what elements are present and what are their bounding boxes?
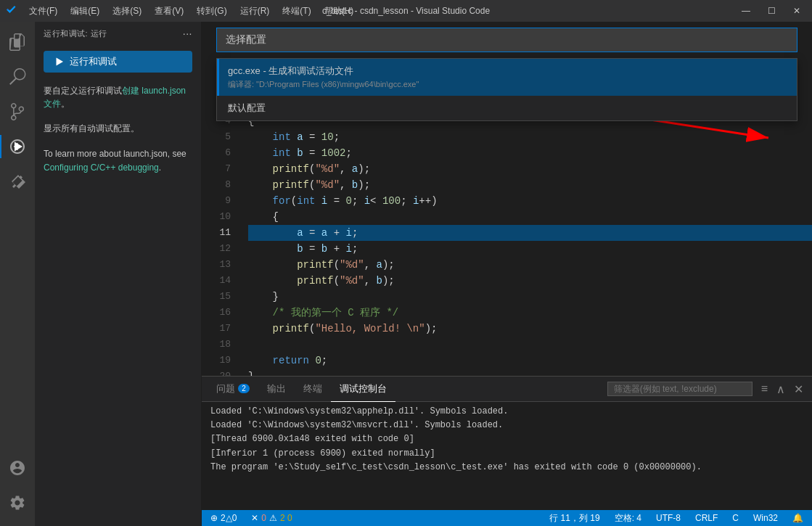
status-bar: ⊕ 2△0 ✕ 0 ⚠ 2 0 行 11，列 19 空格: 4 UT: [202, 510, 812, 526]
code-line-19: return 0;: [248, 353, 812, 369]
run-debug-button[interactable]: 运行和调试: [44, 51, 192, 73]
panel-filter-input[interactable]: [607, 382, 752, 396]
platform-label: Win32: [753, 513, 778, 523]
code-line-14: printf("%d", b);: [248, 273, 812, 289]
activity-icon-run-debug[interactable]: [0, 129, 35, 164]
status-position[interactable]: 行 11，列 19: [546, 512, 602, 525]
tab-debug-console-label: 调试控制台: [340, 382, 387, 395]
menu-view[interactable]: 查看(V): [149, 4, 189, 19]
bottom-panel: 问题 2 输出 终端 调试控制台 ≡ ∧ ✕: [202, 376, 812, 510]
code-line-20: }: [248, 369, 812, 376]
status-spaces[interactable]: 空格: 4: [612, 512, 644, 525]
sidebar-section-auto: 显示所有自动调试配置。: [35, 116, 201, 141]
maximize-button[interactable]: ☐: [762, 4, 782, 17]
code-line-13: printf("%d", a);: [248, 257, 812, 273]
problems-badge: 2: [238, 384, 250, 393]
panel-tabs: 问题 2 输出 终端 调试控制台 ≡ ∧ ✕: [202, 377, 812, 402]
close-button[interactable]: ✕: [787, 4, 806, 17]
panel-close-icon[interactable]: ✕: [791, 381, 806, 398]
sidebar-header-icons: ···: [183, 28, 192, 39]
console-line-0: Loaded 'C:\Windows\system32\apphelp.dll'…: [210, 405, 803, 419]
tab-debug-console[interactable]: 调试控制台: [331, 377, 395, 402]
menu-goto[interactable]: 转到(G): [191, 4, 232, 19]
command-item-subtitle-0: 编译器: "D:\Program Files (x86)\mingw64\bin…: [228, 79, 788, 90]
run-button-label: 运行和调试: [70, 55, 117, 68]
code-line-10: {: [248, 209, 812, 225]
panel-controls: ≡ ∧ ✕: [758, 381, 806, 398]
title-bar: 文件(F) 编辑(E) 选择(S) 查看(V) 转到(G) 运行(R) 终端(T…: [0, 0, 812, 22]
minimize-button[interactable]: —: [736, 4, 756, 17]
main-container: 运行和调试: 运行 ··· 运行和调试 要自定义运行和调试创建 launch.j…: [0, 22, 812, 526]
error-count: 0: [261, 513, 266, 523]
panel-up-icon[interactable]: ∧: [774, 381, 788, 398]
status-notifications[interactable]: 🔔: [790, 513, 806, 523]
vscode-logo-icon: [6, 5, 17, 17]
tab-output-label: 输出: [267, 382, 286, 395]
activity-icon-settings[interactable]: [0, 485, 35, 520]
tab-terminal-label: 终端: [303, 382, 322, 395]
tab-terminal[interactable]: 终端: [295, 377, 331, 402]
command-item-title-0: gcc.exe - 生成和调试活动文件: [228, 65, 788, 78]
panel-wrap-icon[interactable]: ≡: [758, 381, 771, 398]
tab-output[interactable]: 输出: [258, 377, 295, 402]
activity-bar-bottom: [0, 451, 35, 526]
menu-run[interactable]: 运行(R): [234, 4, 276, 19]
command-palette: gcc.exe - 生成和调试活动文件 编译器: "D:\Program Fil…: [202, 22, 812, 121]
status-line-ending[interactable]: CRLF: [692, 513, 721, 523]
status-right: 行 11，列 19 空格: 4 UTF-8 CRLF C Win32: [546, 512, 806, 525]
menu-file[interactable]: 文件(F): [23, 4, 63, 19]
code-line-8: printf("%d", b);: [248, 177, 812, 193]
sidebar-header: 运行和调试: 运行 ···: [35, 22, 201, 45]
code-line-7: printf("%d", a);: [248, 161, 812, 177]
status-branch[interactable]: ⊕ 2△0: [208, 513, 239, 523]
command-results: gcc.exe - 生成和调试活动文件 编译器: "D:\Program Fil…: [216, 58, 797, 121]
error-icon: ✕: [251, 513, 258, 523]
activity-icon-explorer[interactable]: [0, 25, 35, 59]
code-line-18: [248, 337, 812, 353]
configure-debugging-link[interactable]: Configuring C/C++ debugging: [44, 163, 159, 173]
activity-icon-extensions[interactable]: [0, 164, 35, 199]
status-language[interactable]: C: [729, 513, 742, 523]
bell-icon: 🔔: [792, 513, 803, 523]
code-line-15: }: [248, 289, 812, 305]
status-branch-name: 2△0: [221, 513, 237, 523]
warning-count: 2 0: [280, 513, 292, 523]
sidebar-description: 要自定义运行和调试创建 launch.json 文件。: [35, 78, 201, 116]
command-item-0[interactable]: gcc.exe - 生成和调试活动文件 编译器: "D:\Program Fil…: [217, 59, 797, 96]
console-line-3: [Inferior 1 (process 6900) exited normal…: [210, 447, 803, 461]
encoding-label: UTF-8: [656, 513, 681, 523]
menu-terminal[interactable]: 终端(T): [276, 4, 316, 19]
code-line-17: printf("Hello, World! \n");: [248, 321, 812, 337]
console-line-4: The program 'e:\Study_self\c_test\csdn_l…: [210, 461, 803, 474]
menu-select[interactable]: 选择(S): [107, 4, 147, 19]
code-line-12: b = b + i;: [248, 241, 812, 257]
warning-icon: ⚠: [269, 513, 277, 523]
activity-icon-account[interactable]: [0, 451, 35, 485]
window-controls: — ☐ ✕: [736, 4, 806, 17]
code-line-6: int b = 1002;: [248, 145, 812, 161]
cursor-position: 行 11，列 19: [549, 512, 599, 525]
git-icon: ⊕: [210, 513, 218, 523]
code-line-5: int a = 10;: [248, 129, 812, 145]
code-editor[interactable]: 3 4 5 6 7 8 9 10 11 12 13 14 15 16 17 18: [202, 94, 812, 376]
code-line-9: for(int i = 0; i< 100; i++): [248, 193, 812, 209]
activity-icon-search[interactable]: [0, 59, 35, 94]
command-item-1[interactable]: 默认配置: [217, 96, 797, 120]
status-left: ⊕ 2△0 ✕ 0 ⚠ 2 0: [208, 513, 295, 523]
menu-edit[interactable]: 编辑(E): [65, 4, 105, 19]
tab-problems-label: 问题: [216, 382, 235, 395]
line-numbers: 3 4 5 6 7 8 9 10 11 12 13 14 15 16 17 18: [202, 94, 237, 376]
status-encoding[interactable]: UTF-8: [653, 513, 684, 523]
status-platform[interactable]: Win32: [750, 513, 781, 523]
command-item-title-1: 默认配置: [228, 102, 788, 115]
tab-problems[interactable]: 问题 2: [208, 377, 258, 402]
activity-icon-source-control[interactable]: [0, 94, 35, 129]
command-input-container: [216, 28, 797, 52]
status-errors[interactable]: ✕ 0 ⚠ 2 0: [248, 513, 295, 523]
menu-bar: 文件(F) 编辑(E) 选择(S) 查看(V) 转到(G) 运行(R) 终端(T…: [23, 4, 359, 19]
show-configs-text: 显示所有自动调试配置。: [44, 123, 139, 133]
language-label: C: [732, 513, 739, 523]
command-palette-input[interactable]: [217, 28, 797, 52]
panel-content: Loaded 'C:\Windows\system32\apphelp.dll'…: [202, 402, 812, 510]
more-options-icon[interactable]: ···: [183, 28, 192, 39]
